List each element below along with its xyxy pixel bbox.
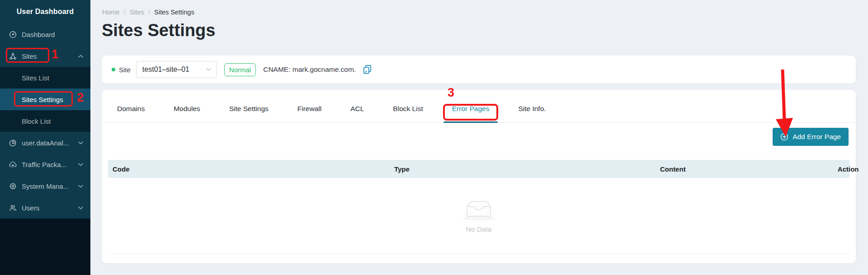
sidebar: User Dashboard Dashboard Sites Sites Lis…: [0, 0, 90, 275]
chevron-down-icon: [78, 206, 83, 210]
sidebar-item-sites[interactable]: Sites: [0, 45, 90, 67]
site-selector-bar: Site test01–site–01 Normal CNAME: mark.g…: [102, 56, 856, 84]
chevron-down-icon: [78, 141, 83, 144]
sidebar-item-label: Block List: [22, 117, 51, 125]
site-label: Site: [119, 66, 131, 74]
tab-modules[interactable]: Modules: [159, 95, 215, 122]
table-empty-state: No Data: [108, 178, 849, 254]
breadcrumb-home[interactable]: Home: [102, 9, 120, 16]
column-header-type: Type: [296, 165, 508, 173]
tab-block-list[interactable]: Block List: [378, 95, 437, 122]
sites-icon: [9, 52, 17, 60]
add-error-page-button[interactable]: Add Error Page: [773, 128, 849, 146]
empty-inbox-icon: [462, 198, 496, 221]
site-select-value: test01–site–01: [142, 65, 189, 74]
column-header-code: Code: [113, 165, 296, 173]
breadcrumb-separator: /: [148, 9, 150, 16]
tab-label: ACL: [350, 105, 364, 113]
chevron-up-icon: [78, 55, 83, 58]
column-header-content: Content: [508, 165, 838, 173]
add-error-page-label: Add Error Page: [793, 133, 841, 141]
tab-firewall[interactable]: Firewall: [283, 95, 336, 122]
sidebar-item-label: Sites Settings: [22, 96, 63, 103]
tab-domains[interactable]: Domains: [103, 95, 159, 122]
table-header: Code Type Content Action: [108, 160, 849, 178]
sidebar-item-label: Sites: [22, 52, 37, 60]
breadcrumb-separator: /: [124, 9, 126, 16]
chevron-down-icon: [78, 185, 83, 188]
sidebar-item-label: user.dataAnal...: [22, 139, 69, 147]
column-header-action: Action: [838, 165, 859, 173]
sidebar-item-label: Dashboard: [22, 31, 55, 38]
status-badge: Normal: [224, 63, 256, 76]
tab-label: Domains: [117, 105, 145, 113]
cname-text: CNAME: mark.gocname.com.: [263, 65, 356, 74]
chevron-down-icon: [206, 68, 211, 71]
dashboard-icon: [9, 31, 17, 38]
error-pages-table: Code Type Content Action No Data: [108, 160, 849, 254]
pie-chart-icon: [9, 139, 17, 147]
gear-icon: [9, 182, 17, 190]
tab-label: Site Settings: [229, 105, 269, 113]
sidebar-item-block-list[interactable]: Block List: [0, 110, 90, 132]
users-icon: [9, 204, 17, 212]
sidebar-item-traffic-package[interactable]: Traffic Packa...: [0, 154, 90, 175]
breadcrumb: Home / Sites / Sites Settings: [102, 9, 194, 16]
chevron-down-icon: [78, 163, 83, 166]
tab-site-settings[interactable]: Site Settings: [215, 95, 283, 122]
tab-error-pages[interactable]: Error Pages: [438, 95, 504, 122]
tab-label: Firewall: [297, 105, 321, 113]
tab-label: Modules: [174, 105, 200, 113]
cloud-upload-icon: [9, 161, 17, 168]
plus-circle-icon: [780, 133, 788, 141]
sidebar-item-label: Traffic Packa...: [22, 161, 66, 168]
sidebar-item-users[interactable]: Users: [0, 197, 90, 219]
app-title: User Dashboard: [0, 0, 90, 23]
sidebar-item-label: Sites List: [22, 74, 49, 82]
breadcrumb-sites[interactable]: Sites: [130, 9, 144, 16]
error-pages-panel: Domains Modules Site Settings Firewall A…: [102, 90, 856, 263]
no-data-text: No Data: [466, 225, 492, 233]
sidebar-item-data-analysis[interactable]: user.dataAnal...: [0, 132, 90, 154]
site-select[interactable]: test01–site–01: [136, 61, 217, 78]
toolbar: Add Error Page: [102, 123, 856, 146]
tab-site-info[interactable]: Site Info.: [504, 95, 560, 122]
tab-label: Site Info.: [518, 105, 546, 113]
sidebar-item-dashboard[interactable]: Dashboard: [0, 23, 90, 45]
tab-label: Block List: [393, 105, 423, 113]
sidebar-item-sites-settings[interactable]: Sites Settings: [0, 89, 90, 110]
sidebar-item-label: System Mana...: [22, 182, 69, 190]
copy-icon[interactable]: [361, 64, 373, 75]
sidebar-item-sites-list[interactable]: Sites List: [0, 67, 90, 89]
page-title: Sites Settings: [102, 21, 215, 40]
tab-label: Error Pages: [452, 105, 490, 113]
main-content: Home / Sites / Sites Settings Sites Sett…: [90, 0, 868, 275]
tab-acl[interactable]: ACL: [336, 95, 378, 122]
breadcrumb-current: Sites Settings: [154, 9, 194, 16]
sidebar-item-label: Users: [22, 204, 39, 212]
sidebar-item-system-management[interactable]: System Mana...: [0, 175, 90, 197]
site-status-dot: [112, 68, 115, 71]
tab-bar: Domains Modules Site Settings Firewall A…: [102, 90, 856, 123]
